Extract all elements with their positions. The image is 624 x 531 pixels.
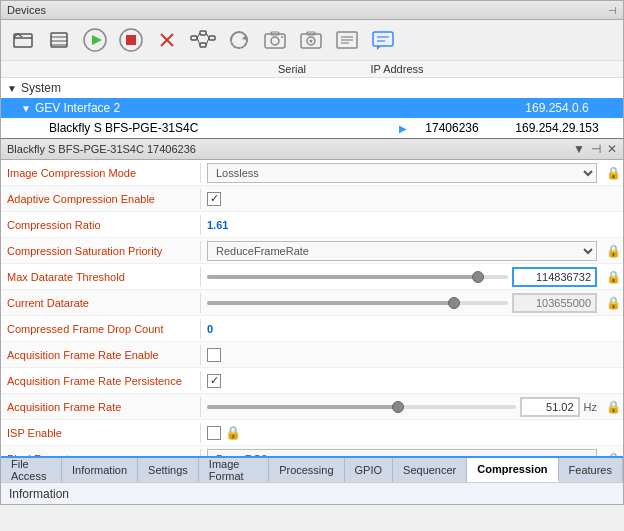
dropdown-icon[interactable]: ▼ bbox=[573, 142, 585, 156]
prop-row-acq-enable: Acquisition Frame Rate Enable bbox=[1, 342, 623, 368]
svg-rect-0 bbox=[14, 34, 32, 47]
stop-icon bbox=[117, 26, 145, 54]
refresh-button[interactable] bbox=[223, 24, 255, 56]
list-button[interactable] bbox=[43, 24, 75, 56]
tab-sequencer[interactable]: Sequencer bbox=[393, 458, 467, 482]
record-button[interactable] bbox=[331, 24, 363, 56]
tab-compression[interactable]: Compression bbox=[467, 458, 558, 482]
slider-current-datarate bbox=[207, 301, 508, 305]
checkbox-adaptive[interactable] bbox=[207, 192, 221, 206]
tab-processing[interactable]: Processing bbox=[269, 458, 344, 482]
label-drop-count: Compressed Frame Drop Count bbox=[1, 319, 201, 339]
tab-file-access[interactable]: File Access bbox=[1, 458, 62, 482]
close-bottom-icon[interactable]: ✕ bbox=[607, 142, 617, 156]
tab-settings[interactable]: Settings bbox=[138, 458, 199, 482]
slider-thumb-max[interactable] bbox=[472, 271, 484, 283]
number-drop-count: 0 bbox=[207, 323, 213, 335]
svg-rect-11 bbox=[191, 36, 197, 40]
svg-rect-8 bbox=[126, 35, 136, 45]
label-compression-mode: Image Compression Mode bbox=[1, 163, 201, 183]
open-icon bbox=[12, 29, 34, 51]
list-icon bbox=[48, 29, 70, 51]
tree-item-gev[interactable]: ▼ GEV Interface 2 169.254.0.6 bbox=[1, 98, 623, 118]
prop-row-pixel-format: Pixel Format BayerRG8 🔒 bbox=[1, 446, 623, 456]
select-pixel-format[interactable]: BayerRG8 bbox=[207, 449, 597, 457]
label-acq-enable: Acquisition Frame Rate Enable bbox=[1, 345, 201, 365]
close-icon bbox=[156, 29, 178, 51]
tab-gpio[interactable]: GPIO bbox=[345, 458, 394, 482]
capture-button[interactable] bbox=[259, 24, 291, 56]
info-bar: Information bbox=[1, 482, 623, 504]
label-acq-persist: Acquisition Frame Rate Persistence bbox=[1, 371, 201, 391]
value-adaptive bbox=[201, 190, 603, 208]
properties-grid: Image Compression Mode Lossless 🔒 Adapti… bbox=[1, 160, 623, 456]
value-compression-mode: Lossless bbox=[201, 161, 603, 185]
tree-item-camera[interactable]: ▶ Blackfly S BFS-PGE-31S4C ▶ 17406236 16… bbox=[1, 118, 623, 138]
value-pixel-format: BayerRG8 bbox=[201, 447, 603, 457]
slider-max-datarate bbox=[207, 275, 508, 279]
play-icon bbox=[81, 26, 109, 54]
tree-view: ▼ System ▼ GEV Interface 2 169.254.0.6 ▶… bbox=[1, 77, 623, 138]
input-max-datarate[interactable] bbox=[512, 267, 597, 287]
label-pixel-format: Pixel Format bbox=[1, 449, 201, 457]
close-button[interactable] bbox=[151, 24, 183, 56]
bottom-panel: Blackfly S BFS-PGE-31S4C 17406236 ▼ ⊣ ✕ … bbox=[0, 138, 624, 505]
slider-track-current bbox=[207, 301, 508, 305]
svg-rect-32 bbox=[373, 32, 393, 46]
chat-button[interactable] bbox=[367, 24, 399, 56]
svg-rect-20 bbox=[265, 34, 285, 48]
pin-bottom-icon[interactable]: ⊣ bbox=[591, 142, 601, 156]
tab-features[interactable]: Features bbox=[559, 458, 623, 482]
photo-button[interactable] bbox=[295, 24, 327, 56]
select-saturation[interactable]: ReduceFrameRate bbox=[207, 241, 597, 261]
slider-acq-rate bbox=[207, 405, 516, 409]
gev-ip: 169.254.0.6 bbox=[497, 101, 617, 115]
tab-information[interactable]: Information bbox=[62, 458, 138, 482]
tab-image-format[interactable]: Image Format bbox=[199, 458, 269, 482]
collapse-arrow: ▼ bbox=[7, 83, 17, 94]
bottom-title-bar: Blackfly S BFS-PGE-31S4C 17406236 ▼ ⊣ ✕ bbox=[1, 139, 623, 160]
input-acq-rate[interactable] bbox=[520, 397, 580, 417]
open-button[interactable] bbox=[7, 24, 39, 56]
devices-title: Devices bbox=[7, 4, 46, 16]
column-headers: Serial IP Address bbox=[1, 61, 623, 77]
prop-row-isp: ISP Enable 🔒 bbox=[1, 420, 623, 446]
slider-fill-current bbox=[207, 301, 454, 305]
prop-row-compression-mode: Image Compression Mode Lossless 🔒 bbox=[1, 160, 623, 186]
svg-line-17 bbox=[206, 33, 209, 38]
checkbox-acq-enable[interactable] bbox=[207, 348, 221, 362]
select-compression-mode[interactable]: Lossless bbox=[207, 163, 597, 183]
prop-row-drop-count: Compressed Frame Drop Count 0 bbox=[1, 316, 623, 342]
play-button[interactable] bbox=[79, 24, 111, 56]
stop-button[interactable] bbox=[115, 24, 147, 56]
label-adaptive: Adaptive Compression Enable bbox=[1, 189, 201, 209]
value-ratio: 1.61 bbox=[201, 217, 603, 233]
value-saturation: ReduceFrameRate bbox=[201, 239, 603, 263]
svg-rect-14 bbox=[209, 36, 215, 40]
checkbox-acq-persist[interactable] bbox=[207, 374, 221, 388]
tree-system[interactable]: ▼ System bbox=[1, 78, 623, 98]
gev-interface-name: GEV Interface 2 bbox=[35, 101, 407, 115]
number-ratio: 1.61 bbox=[207, 219, 228, 231]
lock-saturation: 🔒 bbox=[603, 244, 623, 258]
slider-track-max[interactable] bbox=[207, 275, 508, 279]
chat-icon bbox=[371, 29, 395, 51]
value-acq-rate: Hz bbox=[201, 395, 603, 419]
lock-compression-mode: 🔒 bbox=[603, 166, 623, 180]
svg-point-27 bbox=[310, 40, 313, 43]
slider-track-acq[interactable] bbox=[207, 405, 516, 409]
network-button[interactable] bbox=[187, 24, 219, 56]
checkbox-isp[interactable] bbox=[207, 426, 221, 440]
hz-label: Hz bbox=[584, 401, 597, 413]
devices-title-bar: Devices ⊣ bbox=[1, 1, 623, 20]
prop-row-adaptive: Adaptive Compression Enable bbox=[1, 186, 623, 212]
label-current-datarate: Current Datarate bbox=[1, 293, 201, 313]
label-ratio: Compression Ratio bbox=[1, 215, 201, 235]
slider-thumb-acq[interactable] bbox=[392, 401, 404, 413]
label-saturation: Compression Saturation Priority bbox=[1, 241, 201, 261]
pin-icon[interactable]: ⊣ bbox=[608, 5, 617, 16]
value-isp: 🔒 bbox=[201, 423, 603, 442]
value-max-datarate bbox=[201, 265, 603, 289]
tab-bar: File Access Information Settings Image F… bbox=[1, 456, 623, 482]
lock-pixel-format: 🔒 bbox=[603, 452, 623, 457]
